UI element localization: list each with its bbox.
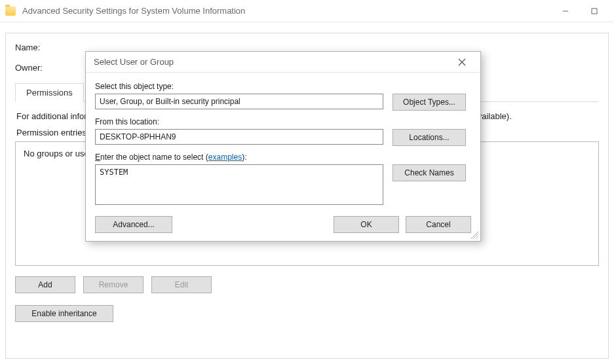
edit-button[interactable]: Edit: [151, 276, 212, 293]
add-button[interactable]: Add: [15, 276, 75, 293]
advanced-button[interactable]: Advanced...: [95, 216, 172, 233]
object-name-label: Enter the object name to select (example…: [95, 153, 471, 162]
object-name-input[interactable]: [95, 164, 383, 205]
ok-button[interactable]: OK: [334, 216, 399, 233]
object-types-button[interactable]: Object Types...: [393, 94, 466, 111]
maximize-button[interactable]: [580, 0, 609, 22]
select-user-or-group-dialog: Select User or Group Select this object …: [85, 51, 481, 242]
main-titlebar: Advanced Security Settings for System Vo…: [0, 0, 614, 22]
tab-permissions[interactable]: Permissions: [15, 83, 84, 102]
owner-label: Owner:: [15, 63, 87, 73]
folder-icon: [5, 7, 16, 16]
enable-inheritance-button[interactable]: Enable inheritance: [15, 305, 113, 322]
svg-rect-1: [592, 9, 597, 14]
examples-link[interactable]: examples: [208, 153, 242, 162]
locations-button[interactable]: Locations...: [393, 129, 466, 146]
check-names-button[interactable]: Check Names: [393, 164, 466, 181]
object-type-field[interactable]: [95, 94, 383, 109]
dialog-titlebar: Select User or Group: [86, 52, 480, 73]
main-window-title: Advanced Security Settings for System Vo…: [22, 6, 245, 16]
location-label: From this location:: [95, 117, 471, 126]
location-field[interactable]: [95, 129, 383, 145]
dialog-close-button[interactable]: [451, 52, 472, 73]
name-label: Name:: [15, 43, 87, 52]
minimize-button[interactable]: [551, 0, 580, 22]
remove-button[interactable]: Remove: [83, 276, 144, 293]
dialog-title: Select User or Group: [94, 57, 174, 67]
cancel-button[interactable]: Cancel: [406, 216, 471, 233]
object-type-label: Select this object type:: [95, 82, 471, 91]
resize-grip-icon[interactable]: [470, 231, 478, 239]
